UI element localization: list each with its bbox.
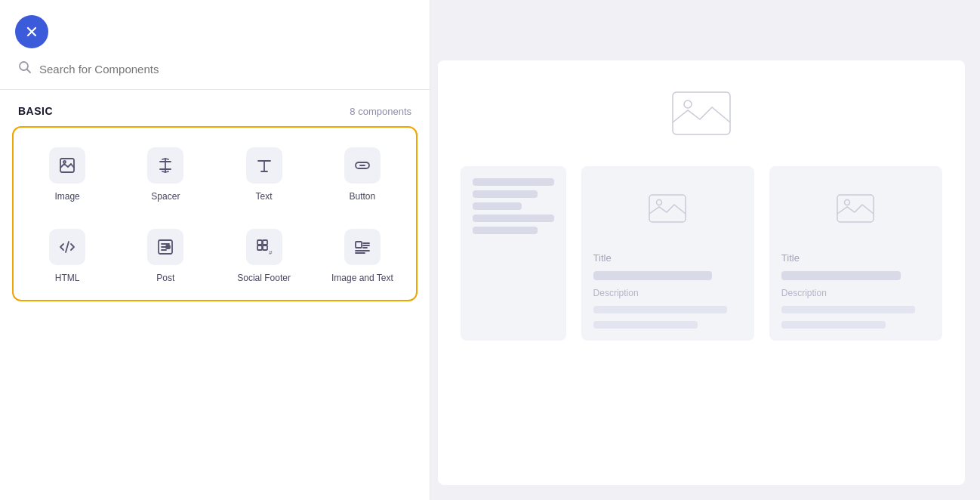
- components-panel: BASIC 8 components Image: [0, 0, 430, 500]
- image-and-text-icon: [344, 229, 381, 265]
- card-strip: [461, 166, 566, 341]
- component-social-footer-label: Social Footer: [237, 273, 291, 283]
- search-input[interactable]: [39, 63, 411, 76]
- close-button[interactable]: [15, 15, 48, 48]
- component-html[interactable]: HTML: [20, 215, 115, 294]
- svg-text:#: #: [269, 249, 273, 256]
- svg-point-11: [63, 161, 66, 163]
- card-right: Title Description: [769, 166, 942, 341]
- social-footer-icon: #: [246, 229, 282, 265]
- svg-rect-0: [673, 92, 730, 134]
- card-middle-image: [593, 178, 742, 239]
- svg-line-17: [66, 242, 69, 252]
- svg-point-3: [657, 200, 662, 205]
- strip-bar-2: [473, 190, 538, 198]
- spacer-icon: [147, 147, 183, 184]
- card-middle-title-bar: [593, 271, 713, 280]
- card-right-desc-bar-2: [781, 321, 886, 329]
- component-social-footer[interactable]: # Social Footer: [217, 215, 312, 294]
- svg-rect-23: [257, 240, 262, 245]
- card-right-desc-bar-1: [781, 306, 915, 313]
- card-middle-title: Title: [593, 252, 742, 264]
- component-spacer[interactable]: Spacer: [118, 134, 213, 212]
- html-icon: [49, 229, 85, 265]
- components-grid: Image Spacer: [12, 126, 418, 301]
- component-post[interactable]: Post: [118, 215, 213, 294]
- component-spacer-label: Spacer: [151, 191, 180, 202]
- search-icon: [18, 60, 32, 77]
- card-right-image: [781, 178, 930, 239]
- card-middle: Title Description: [581, 166, 754, 341]
- svg-point-1: [684, 100, 692, 108]
- svg-rect-26: [263, 245, 267, 250]
- component-html-label: HTML: [55, 273, 80, 283]
- cards-row: Title Description Title Description: [461, 166, 942, 341]
- strip-bar-5: [473, 227, 538, 234]
- svg-rect-2: [649, 195, 686, 222]
- image-icon: [49, 147, 85, 184]
- strip-bar-1: [473, 178, 554, 186]
- svg-rect-25: [257, 245, 262, 250]
- section-header: BASIC 8 components: [0, 90, 430, 126]
- card-right-title-bar: [781, 271, 901, 280]
- svg-rect-4: [837, 195, 874, 222]
- button-icon: [344, 147, 381, 184]
- card-middle-desc: Description: [593, 288, 742, 298]
- components-grid-wrap: Image Spacer: [0, 126, 430, 500]
- post-icon: [147, 229, 183, 265]
- strip-bar-3: [473, 202, 522, 210]
- component-text-label: Text: [256, 191, 273, 202]
- component-image-label: Image: [54, 191, 79, 202]
- search-area: [0, 0, 430, 90]
- svg-point-5: [845, 200, 850, 205]
- text-icon: [246, 147, 282, 184]
- svg-rect-24: [263, 240, 267, 245]
- card-right-title: Title: [781, 252, 930, 264]
- component-image-and-text[interactable]: Image and Text: [315, 215, 410, 294]
- card-right-desc: Description: [781, 288, 930, 298]
- component-text[interactable]: Text: [217, 134, 312, 212]
- svg-line-9: [27, 69, 31, 73]
- component-button[interactable]: Button: [315, 134, 410, 212]
- section-title: BASIC: [18, 105, 53, 117]
- card-middle-desc-bar-2: [593, 321, 698, 329]
- search-row: [18, 60, 411, 77]
- strip-content: [473, 178, 554, 234]
- component-image-and-text-label: Image and Text: [331, 273, 393, 283]
- card-middle-desc-bar-1: [593, 306, 727, 313]
- component-button-label: Button: [350, 191, 376, 202]
- main-image-placeholder: [664, 83, 739, 144]
- main-canvas: Title Description Title Description: [438, 60, 965, 485]
- svg-rect-28: [356, 242, 362, 248]
- component-post-label: Post: [156, 273, 174, 283]
- strip-bar-4: [473, 215, 554, 222]
- section-count: 8 components: [350, 106, 411, 117]
- component-image[interactable]: Image: [20, 134, 115, 212]
